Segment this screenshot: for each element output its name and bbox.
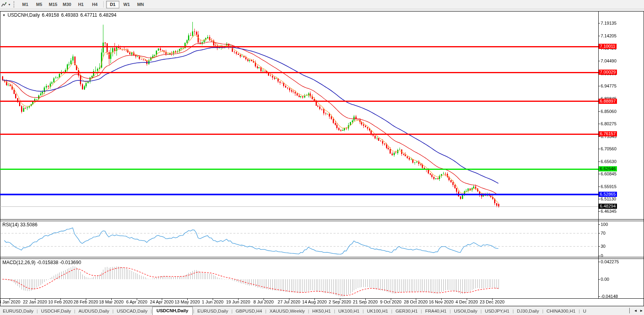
price-tick-mark xyxy=(598,174,600,174)
chart-tab-gbpusd-h4[interactable]: GBPUSD,H4 xyxy=(233,307,265,315)
tab-scroll-right-icon[interactable]: ► xyxy=(640,309,643,313)
time-tick-label: 8 Jul 2020 xyxy=(254,299,274,304)
chart-tab-usdjpy-h1[interactable]: USDJPY,H1 xyxy=(482,307,512,315)
price-tick-mark xyxy=(598,199,600,199)
chart-tab-u[interactable]: U xyxy=(580,307,589,315)
tab-scroll-left-icon[interactable]: ◄ xyxy=(634,309,637,313)
chart-tab-xauusd-weekly[interactable]: XAUUSD,Weekly xyxy=(267,307,308,315)
ohlc-high: 6.49383 xyxy=(61,12,78,18)
chart-tab-bar: EURUSD,Daily|USDCHF,Daily|AUDUSD,Daily|U… xyxy=(0,306,644,315)
price-tick-label: 6.70560 xyxy=(601,146,617,151)
time-tick-label: 2 Sep 2020 xyxy=(329,299,351,304)
panel-separator[interactable] xyxy=(0,259,644,259)
time-tick-label: 3 Jan 2020 xyxy=(0,299,20,304)
time-tick-label: 28 Oct 2020 xyxy=(404,299,428,304)
time-tick-label: 9 Oct 2020 xyxy=(380,299,402,304)
macd-tick-mark xyxy=(598,262,600,262)
timeframe-button-m5[interactable]: M5 xyxy=(33,1,46,8)
price-tick-label: 6.85060 xyxy=(601,109,617,114)
toolbar-drag-handle[interactable] xyxy=(14,1,16,8)
chart-tab-fra40-h1[interactable]: FRA40,H1 xyxy=(422,307,449,315)
chart-header: ▼ USDCNH,Daily 6.49158 6.49383 6.47711 6… xyxy=(2,12,116,18)
panel-separator[interactable] xyxy=(0,257,644,257)
panel-separator[interactable] xyxy=(0,219,644,220)
chart-tab-usdcnh-daily[interactable]: USDCNH,Daily xyxy=(152,307,193,315)
chart-tab-uk100-h1[interactable]: UK100,H1 xyxy=(364,307,391,315)
price-tick-mark xyxy=(598,36,600,36)
rsi-tick-mark xyxy=(598,256,600,256)
timeframe-button-d1[interactable]: D1 xyxy=(106,1,119,8)
level-line[interactable] xyxy=(0,134,598,135)
chart-tab-usdchf-daily[interactable]: USDCHF,Daily xyxy=(38,307,74,315)
timeframe-button-mn[interactable]: MN xyxy=(134,1,147,8)
timeframe-button-m30[interactable]: M30 xyxy=(60,1,74,8)
trading-terminal: ▼ M1M5M15M30H1H4D1W1MN ▼ USDCNH,Daily 6.… xyxy=(0,0,644,315)
macd-label: MACD(12,26,9) -0.015838 -0.013690 xyxy=(2,260,81,265)
time-tick-label: 1 Jun 2020 xyxy=(202,299,223,304)
level-price-badge: 6.88897 xyxy=(599,99,617,104)
timeframe-button-m15[interactable]: M15 xyxy=(47,1,60,8)
current-price-line xyxy=(0,206,598,207)
toolbar-dropdown-caret-icon[interactable]: ▼ xyxy=(8,3,11,6)
macd-tick-label: 0.00 xyxy=(601,277,609,282)
chart-tab-usdcad-daily[interactable]: USDCAD,Daily xyxy=(114,307,150,315)
chart-symbol-label: USDCNH,Daily xyxy=(8,12,40,18)
price-tick-label: 7.19135 xyxy=(601,21,617,25)
price-axis-line xyxy=(598,11,599,298)
price-tick-label: 7.14205 xyxy=(601,33,617,38)
chart-tab-dj30-daily[interactable]: DJ30,Daily xyxy=(514,307,542,315)
chart-cursor-icon xyxy=(1,2,7,7)
timeframe-button-m1[interactable]: M1 xyxy=(19,1,32,8)
time-tick-label: 13 May 2020 xyxy=(175,299,200,304)
rsi-tick-label: 0 xyxy=(601,253,603,258)
rsi-tick-mark xyxy=(598,224,600,225)
time-tick-label: 23 Dec 2020 xyxy=(480,299,504,304)
time-axis-line xyxy=(0,298,644,299)
level-price-badge: 6.76157 xyxy=(599,131,617,136)
time-tick-label: 6 Apr 2020 xyxy=(126,299,147,304)
price-tick-mark xyxy=(598,187,600,187)
price-tick-label: 6.51130 xyxy=(601,196,616,201)
level-line[interactable] xyxy=(0,72,598,73)
level-line[interactable] xyxy=(0,169,598,170)
time-tick-label: 4 Dec 2020 xyxy=(456,299,478,304)
ohlc-low: 6.47711 xyxy=(80,12,97,18)
level-line[interactable] xyxy=(0,46,598,47)
timeframe-button-w1[interactable]: W1 xyxy=(120,1,133,8)
rsi-tick-label: 70 xyxy=(601,231,605,235)
price-tick-mark xyxy=(598,211,600,212)
toolbar: ▼ M1M5M15M30H1H4D1W1MN xyxy=(0,0,644,9)
chart-tab-eurusd-daily[interactable]: EURUSD,Daily xyxy=(0,307,36,315)
price-tick-mark xyxy=(598,136,600,137)
macd-tick-label: 0.042275 xyxy=(601,259,619,264)
level-price-badge: 6.52865 xyxy=(599,192,617,197)
chart-tab-usoil-daily[interactable]: USOil,Daily xyxy=(451,307,480,315)
time-tick-label: 22 Jan 2020 xyxy=(23,299,47,304)
level-line[interactable] xyxy=(0,194,598,195)
timeframe-buttons: M1M5M15M30H1H4D1W1MN xyxy=(18,1,147,8)
chart-tab-audusd-daily[interactable]: AUDUSD,Daily xyxy=(76,307,112,315)
macd-tick-mark xyxy=(598,296,600,297)
chart-tab-eurusd-daily[interactable]: EURUSD,Daily xyxy=(195,307,231,315)
rsi-tick-mark xyxy=(598,246,600,247)
timeframe-button-h1[interactable]: H1 xyxy=(74,1,87,8)
level-line[interactable] xyxy=(0,101,598,102)
chart-tab-ger30-h1[interactable]: GER30,H1 xyxy=(393,307,421,315)
time-tick-label: 16 Nov 2020 xyxy=(429,299,454,304)
chart-tab-hk50-h1[interactable]: HK50,H1 xyxy=(310,307,334,315)
timeframe-button-h4[interactable]: H4 xyxy=(88,1,101,8)
panel-separator[interactable] xyxy=(0,221,644,221)
rsi-label: RSI(14) 33.5086 xyxy=(2,222,37,228)
chart-collapse-caret-icon[interactable]: ▼ xyxy=(2,14,6,17)
price-tick-label: 6.55915 xyxy=(601,184,617,189)
price-tick-label: 6.94775 xyxy=(601,84,617,88)
price-tick-mark xyxy=(598,124,600,124)
time-tick-label: 19 Jun 2020 xyxy=(226,299,250,304)
price-tick-mark xyxy=(598,61,600,61)
chart-tabs: EURUSD,Daily|USDCHF,Daily|AUDUSD,Daily|U… xyxy=(0,306,633,315)
chart-tab-uk100-h1[interactable]: UK100,H1 xyxy=(336,307,362,315)
chart-tab-china300-h1[interactable]: CHINA300,H1 xyxy=(544,307,578,315)
time-tick-label: 21 Sep 2020 xyxy=(353,299,378,304)
time-tick-label: 10 Feb 2020 xyxy=(48,299,73,304)
chart-tool-button[interactable] xyxy=(0,1,8,8)
